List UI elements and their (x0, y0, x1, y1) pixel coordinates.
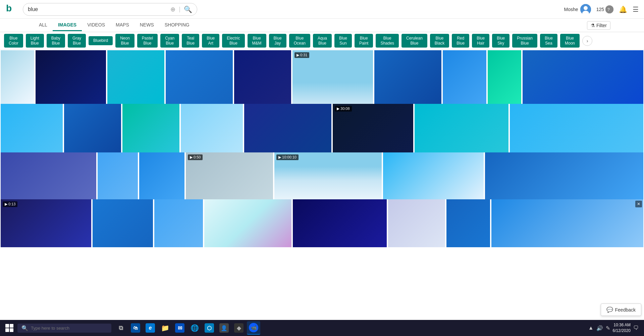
image-tile[interactable]: ✕ (491, 199, 643, 247)
menu-icon[interactable]: ☰ (633, 5, 639, 13)
image-tile[interactable] (510, 104, 643, 152)
avatar[interactable] (580, 4, 591, 15)
image-tile[interactable] (374, 50, 441, 104)
image-tile[interactable] (154, 199, 203, 247)
image-tile[interactable] (488, 50, 521, 104)
chip-blue-shades[interactable]: BlueShades (376, 34, 399, 48)
image-tile[interactable] (1, 152, 96, 199)
image-tile[interactable] (523, 50, 643, 104)
tab-maps[interactable]: MAPS (110, 19, 135, 31)
feedback-button[interactable]: 💬 Feedback (601, 304, 641, 316)
image-tile[interactable] (293, 199, 387, 247)
chip-light-blue[interactable]: LightBlue (26, 34, 44, 48)
chip-blue-paint[interactable]: BluePaint (355, 34, 373, 48)
chip-blue-moon[interactable]: BlueMoon (560, 34, 580, 48)
image-tile[interactable]: ▶ 0:13 (1, 199, 91, 247)
chip-cyan-blue[interactable]: CyanBlue (160, 34, 179, 48)
image-tile[interactable] (166, 50, 233, 104)
image-tile[interactable] (181, 104, 243, 152)
bell-icon[interactable]: 🔔 (619, 5, 627, 13)
chip-blue-color[interactable]: BlueColor (4, 34, 23, 48)
image-tile[interactable] (443, 50, 486, 104)
image-tile[interactable] (244, 104, 331, 152)
taskbar-app-ms-store2[interactable]: ⬡ (203, 321, 216, 335)
chip-blue-hair[interactable]: BlueHair (472, 34, 489, 48)
camera-icon[interactable]: ⊕ (170, 6, 175, 13)
chip-cerulean-blue[interactable]: CeruleanBlue (401, 34, 427, 48)
chips-scroll-right[interactable]: › (582, 36, 592, 46)
feedback-label: Feedback (615, 307, 636, 313)
chip-red-blue[interactable]: RedBlue (452, 34, 469, 48)
image-row-2: ▶ 30:08 (0, 103, 644, 152)
system-clock[interactable]: 10:36 AM 6/12/2020 (613, 322, 631, 334)
bing-logo[interactable]: b (5, 2, 17, 16)
image-tile[interactable] (415, 104, 508, 152)
image-tile[interactable] (64, 104, 121, 152)
taskbar-search-input[interactable] (31, 326, 105, 331)
notification-icon[interactable]: 🗨 (633, 325, 639, 331)
tab-news[interactable]: NEWS (135, 19, 159, 31)
chip-neon-blue[interactable]: NeonBlue (115, 34, 135, 48)
tray-expand-icon[interactable]: ▲ (588, 325, 594, 331)
pen-icon[interactable]: ✎ (606, 325, 610, 331)
image-tile[interactable] (1, 50, 34, 104)
points-badge[interactable]: 125 ? (596, 5, 613, 13)
image-tile[interactable] (98, 152, 138, 199)
chip-baby-blue[interactable]: BabyBlue (47, 34, 65, 48)
image-tile[interactable]: ▶ 10:00:10 (274, 152, 382, 199)
taskbar-app-chrome[interactable]: 🌐 (188, 321, 201, 335)
image-tile[interactable] (446, 199, 490, 247)
taskbar-app-file-explorer[interactable]: 📁 (158, 321, 172, 335)
taskbar-app-extra1[interactable]: ◆ (232, 321, 246, 335)
chip-aqua-blue[interactable]: AquaBlue (313, 34, 332, 48)
taskbar-app-people[interactable]: 👤 (217, 321, 231, 335)
tab-images[interactable]: IMAGES (53, 19, 82, 31)
image-tile[interactable]: ▶ 30:08 (333, 104, 413, 152)
chip-blue-jay[interactable]: BlueJay (269, 34, 286, 48)
taskbar-app-store[interactable]: 🛍 (129, 321, 142, 335)
search-input[interactable] (28, 6, 170, 12)
image-tile[interactable] (122, 104, 179, 152)
chip-blue-mm[interactable]: BlueM&M (248, 34, 266, 48)
search-box[interactable]: ⊕ | 🔍 (23, 3, 197, 16)
image-tile[interactable] (107, 50, 164, 104)
chip-teal-blue[interactable]: TealBlue (182, 34, 199, 48)
user-info[interactable]: Moshe (564, 4, 591, 15)
chip-prussian-blue[interactable]: PrussianBlue (512, 34, 537, 48)
taskbar-app-edge[interactable]: e (144, 321, 157, 335)
image-tile[interactable] (383, 152, 484, 199)
image-tile[interactable] (36, 50, 106, 104)
image-tile[interactable] (93, 199, 153, 247)
chip-electric-blue[interactable]: ElectricBlue (222, 34, 245, 48)
image-tile[interactable] (234, 50, 291, 104)
chip-pastel-blue[interactable]: PastelBlue (137, 34, 158, 48)
image-tile[interactable]: ▶ 0:50 (186, 152, 273, 199)
chip-blue-sea[interactable]: BlueSea (540, 34, 557, 48)
image-tile[interactable] (388, 199, 445, 247)
chip-blue-sky[interactable]: BlueSky (492, 34, 509, 48)
taskbar-app-zoom[interactable]: 📹 (247, 321, 260, 335)
close-icon[interactable]: ✕ (635, 201, 642, 207)
image-tile[interactable] (1, 104, 63, 152)
tab-shopping[interactable]: SHOPPING (159, 19, 195, 31)
taskbar-app-task-view[interactable]: ⧉ (114, 321, 127, 335)
chip-blue-art[interactable]: BlueArt (202, 34, 219, 48)
image-tile[interactable]: ▶ 0:31 (292, 50, 373, 104)
filter-button[interactable]: ⚗ Filter (587, 21, 610, 30)
chip-bluebird[interactable]: Bluebird (89, 36, 113, 45)
chip-gray-blue[interactable]: GrayBlue (68, 34, 86, 48)
chip-blue-black[interactable]: BlueBlack (430, 34, 449, 48)
start-button[interactable] (3, 321, 16, 335)
tab-all[interactable]: ALL (34, 19, 53, 31)
chip-blue-sun[interactable]: BlueSun (334, 34, 352, 48)
chip-blue-ocean[interactable]: BlueOcean (289, 34, 310, 48)
image-tile[interactable] (485, 152, 643, 199)
windows-icon (5, 324, 13, 332)
volume-icon[interactable]: 🔊 (596, 325, 603, 331)
image-tile[interactable] (204, 199, 291, 247)
search-icon[interactable]: 🔍 (184, 5, 192, 13)
taskbar-search[interactable]: 🔍 (17, 324, 111, 333)
tab-videos[interactable]: VIDEOS (82, 19, 110, 31)
taskbar-app-mail[interactable]: ✉ (173, 321, 186, 335)
image-tile[interactable] (139, 152, 184, 199)
